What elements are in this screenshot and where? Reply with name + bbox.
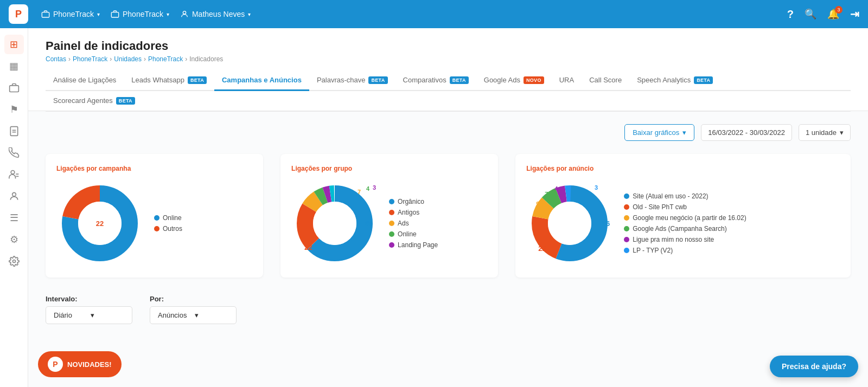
legend-dot-gads — [624, 226, 629, 231]
tab-scorecard[interactable]: Scorecard Agentes BETA — [46, 91, 143, 112]
chart-group-inner: 22 65 7 4 3 Orgânico — [291, 180, 487, 267]
topnav-menu: PhoneTrack ▾ PhoneTrack ▾ Matheus Neves … — [41, 10, 774, 18]
main-content: Painel de indicadores Contas › PhoneTrac… — [28, 28, 868, 387]
chevron-down-icon-unit: ▾ — [840, 128, 844, 137]
chart-group-title: Ligações por grupo — [291, 165, 487, 172]
tab-callscore[interactable]: Call Score — [582, 70, 629, 91]
chart-ad: Ligações por anúncio — [515, 154, 851, 278]
donut-campaign-label2: 79 — [72, 243, 79, 251]
bell-icon[interactable]: 🔔3 — [827, 8, 839, 20]
page-header: Painel de indicadores Contas › PhoneTrac… — [28, 28, 868, 111]
legend-dot-online — [154, 215, 159, 221]
chart-campaign-inner: 22 79 Online Outros — [56, 180, 252, 267]
filter-interval: Intervalo: Diário ▾ — [46, 295, 132, 324]
tab-analise-label: Análise de Ligações — [53, 76, 116, 84]
novidades-label: NOVIDADES! — [67, 360, 112, 369]
legend-label-organico: Orgânico — [398, 198, 424, 205]
legend-item-outros: Outros — [154, 225, 182, 233]
tab-campanhas[interactable]: Campanhas e Anúncios — [214, 70, 309, 91]
legend-label-site: Site (Atual em uso - 2022) — [633, 192, 708, 200]
download-button[interactable]: Baixar gráficos ▾ — [624, 124, 694, 141]
logout-icon[interactable]: ⇥ — [850, 8, 859, 21]
tab-comparativos-badge: BETA — [450, 76, 469, 84]
legend-label-lptyp: LP - TYP (V2) — [633, 247, 673, 254]
breadcrumb-phonetrack-1[interactable]: PhoneTrack — [73, 55, 107, 63]
chart-ad-donut: 56 22 9 7 4 3 — [526, 180, 613, 267]
tab-palavras-badge: BETA — [368, 76, 387, 84]
breadcrumb: Contas › PhoneTrack › Unidades › PhoneTr… — [46, 55, 851, 63]
sidebar-item-cog[interactable] — [4, 251, 24, 271]
topnav-phonetrack-1[interactable]: PhoneTrack ▾ — [41, 10, 100, 18]
legend-label-online: Online — [163, 214, 182, 222]
legend-dot-ligue — [624, 237, 629, 242]
sidebar-item-phone[interactable] — [4, 143, 24, 163]
legend-dot-organico — [389, 199, 394, 204]
sidebar-item-people[interactable] — [4, 186, 24, 206]
legend-dot-gmeu — [624, 215, 629, 221]
help-icon[interactable]: ? — [787, 8, 794, 21]
tab-analise[interactable]: Análise de Ligações — [46, 70, 124, 91]
chevron-down-icon-dl: ▾ — [682, 128, 686, 137]
sidebar-item-settings[interactable]: ⚙ — [4, 230, 24, 249]
legend-item-online: Online — [154, 214, 182, 222]
filter-interval-select[interactable]: Diário ▾ — [46, 306, 132, 324]
legend-label-gmeu: Google meu negócio (a partir de 16.02) — [633, 214, 746, 222]
page-title: Painel de indicadores — [46, 39, 851, 53]
legend-item-ads: Ads — [389, 220, 438, 227]
svg-rect-3 — [9, 86, 18, 92]
svg-point-10 — [12, 192, 16, 196]
sidebar-item-flag[interactable]: ⚑ — [4, 100, 24, 119]
legend-label-ads: Ads — [398, 220, 409, 227]
logo-text: P — [15, 9, 22, 20]
sidebar-item-briefcase[interactable] — [4, 78, 24, 98]
logo[interactable]: P — [9, 4, 28, 24]
legend-dot-site — [624, 194, 629, 199]
tab-ura[interactable]: URA — [552, 70, 582, 91]
legend-item-site: Site (Atual em uso - 2022) — [624, 192, 746, 200]
help-label: Precisa de ajuda? — [782, 362, 846, 371]
donut-campaign-label1: 22 — [96, 220, 104, 228]
legend-item-gads: Google Ads (Campanha Search) — [624, 225, 746, 233]
legend-ad: Site (Atual em uso - 2022) Old - Site Ph… — [624, 192, 746, 254]
breadcrumb-contas[interactable]: Contas — [46, 55, 66, 63]
tab-palavras[interactable]: Palavras-chave BETA — [309, 70, 395, 91]
search-icon[interactable]: 🔍 — [805, 8, 816, 20]
svg-rect-1 — [111, 12, 118, 17]
chevron-down-icon-3: ▾ — [248, 11, 251, 17]
toolbar-row: Baixar gráficos ▾ 16/03/2022 - 30/03/202… — [46, 124, 851, 141]
sidebar-item-document[interactable] — [4, 121, 24, 141]
tab-speech[interactable]: Speech Analytics BETA — [629, 70, 720, 91]
donut-group-22: 22 — [304, 243, 312, 251]
svg-rect-0 — [42, 12, 49, 17]
tab-google-ads-label: Google Ads — [484, 76, 520, 84]
sidebar-item-home[interactable]: ⊞ — [4, 35, 24, 54]
chart-campaign-donut: 22 79 — [56, 180, 143, 267]
topnav-right: ? 🔍 🔔3 ⇥ — [787, 8, 859, 21]
svg-point-11 — [12, 260, 15, 263]
breadcrumb-unidades[interactable]: Unidades — [114, 55, 142, 63]
help-button[interactable]: Precisa de ajuda? — [770, 356, 858, 377]
tab-comparativos-label: Comparativos — [403, 76, 446, 84]
chevron-down-icon: ▾ — [97, 11, 100, 17]
unit-selector[interactable]: 1 unidade ▾ — [799, 124, 851, 141]
topnav-user[interactable]: Matheus Neves ▾ — [180, 10, 251, 18]
tab-google-ads[interactable]: Google Ads NOVO — [476, 70, 552, 91]
sidebar-item-contacts[interactable] — [4, 165, 24, 184]
tab-leads-label: Leads Whatsapp — [131, 76, 184, 84]
notification-badge: 3 — [835, 6, 843, 14]
sidebar-item-list[interactable]: ☰ — [4, 208, 24, 228]
svg-point-21 — [313, 202, 356, 245]
novidades-button[interactable]: P NOVIDADES! — [38, 351, 122, 377]
topnav-phonetrack-2[interactable]: PhoneTrack ▾ — [111, 10, 169, 18]
filter-by-select[interactable]: Anúncios ▾ — [150, 306, 237, 324]
donut-group-3: 3 — [373, 184, 376, 191]
sidebar-item-grid[interactable]: ▦ — [4, 56, 24, 76]
tab-comparativos[interactable]: Comparativos BETA — [395, 70, 476, 91]
legend-item-organico: Orgânico — [389, 198, 438, 205]
tabs-container: Análise de Ligações Leads Whatsapp BETA … — [46, 70, 851, 91]
legend-item-online-g: Online — [389, 230, 438, 238]
legend-item-landing: Landing Page — [389, 241, 438, 249]
filters-row: Intervalo: Diário ▾ Por: Anúncios ▾ — [46, 295, 851, 324]
tab-leads-whatsapp[interactable]: Leads Whatsapp BETA — [124, 70, 214, 91]
breadcrumb-phonetrack-2[interactable]: PhoneTrack — [148, 55, 183, 63]
